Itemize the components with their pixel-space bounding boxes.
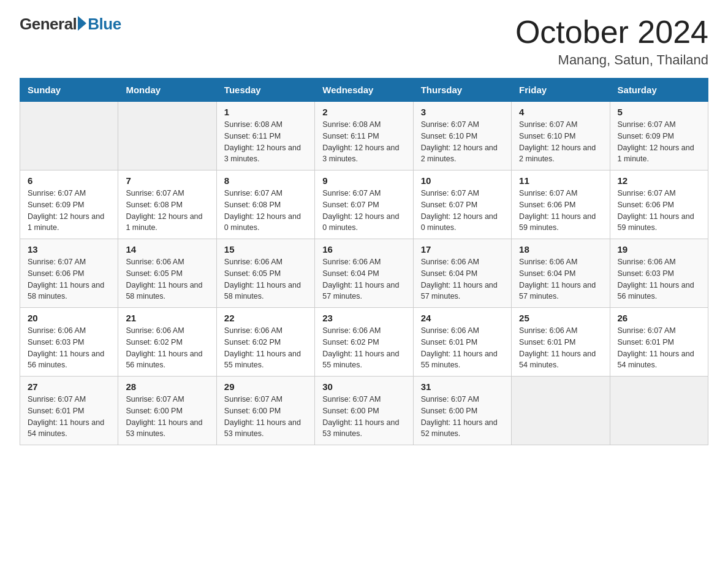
day-number: 28 (126, 381, 208, 392)
day-info: Sunrise: 6:08 AM Sunset: 6:11 PM Dayligh… (224, 119, 307, 165)
day-number: 3 (421, 107, 504, 117)
weekday-header-tuesday: Tuesday (216, 79, 314, 102)
calendar-cell: 18Sunrise: 6:06 AM Sunset: 6:04 PM Dayli… (512, 239, 610, 308)
day-number: 29 (224, 381, 307, 392)
calendar-cell (118, 102, 216, 170)
calendar-cell: 13Sunrise: 6:07 AM Sunset: 6:06 PM Dayli… (20, 239, 118, 308)
calendar-cell: 14Sunrise: 6:06 AM Sunset: 6:05 PM Dayli… (118, 239, 216, 308)
day-number: 15 (224, 244, 307, 255)
day-number: 6 (28, 175, 110, 186)
day-number: 14 (126, 244, 208, 255)
day-info: Sunrise: 6:06 AM Sunset: 6:04 PM Dayligh… (421, 256, 504, 302)
weekday-header-thursday: Thursday (413, 79, 511, 102)
day-info: Sunrise: 6:06 AM Sunset: 6:05 PM Dayligh… (126, 256, 208, 302)
day-info: Sunrise: 6:07 AM Sunset: 6:00 PM Dayligh… (126, 394, 208, 440)
calendar-cell: 12Sunrise: 6:07 AM Sunset: 6:06 PM Dayli… (610, 170, 708, 239)
day-info: Sunrise: 6:07 AM Sunset: 6:06 PM Dayligh… (28, 256, 110, 302)
page-header: General Blue October 2024 Manang, Satun,… (20, 15, 708, 68)
day-number: 30 (322, 381, 405, 392)
calendar-cell: 31Sunrise: 6:07 AM Sunset: 6:00 PM Dayli… (413, 377, 511, 445)
calendar-cell: 23Sunrise: 6:06 AM Sunset: 6:02 PM Dayli… (315, 308, 413, 377)
calendar-cell (20, 102, 118, 170)
calendar-cell: 8Sunrise: 6:07 AM Sunset: 6:08 PM Daylig… (216, 170, 314, 239)
day-info: Sunrise: 6:06 AM Sunset: 6:03 PM Dayligh… (28, 325, 110, 371)
day-info: Sunrise: 6:07 AM Sunset: 6:08 PM Dayligh… (224, 188, 307, 234)
day-info: Sunrise: 6:07 AM Sunset: 6:00 PM Dayligh… (224, 394, 307, 440)
weekday-header-sunday: Sunday (20, 79, 118, 102)
day-number: 9 (322, 175, 405, 186)
calendar-cell: 22Sunrise: 6:06 AM Sunset: 6:02 PM Dayli… (216, 308, 314, 377)
day-info: Sunrise: 6:06 AM Sunset: 6:02 PM Dayligh… (126, 325, 208, 371)
calendar-cell: 9Sunrise: 6:07 AM Sunset: 6:07 PM Daylig… (315, 170, 413, 239)
day-number: 27 (28, 381, 110, 392)
day-info: Sunrise: 6:07 AM Sunset: 6:10 PM Dayligh… (519, 119, 602, 165)
calendar-cell: 19Sunrise: 6:06 AM Sunset: 6:03 PM Dayli… (610, 239, 708, 308)
day-info: Sunrise: 6:07 AM Sunset: 6:01 PM Dayligh… (28, 394, 110, 440)
calendar-cell: 3Sunrise: 6:07 AM Sunset: 6:10 PM Daylig… (413, 102, 511, 170)
calendar-cell: 28Sunrise: 6:07 AM Sunset: 6:00 PM Dayli… (118, 377, 216, 445)
logo-blue-text: Blue (88, 15, 121, 34)
day-number: 12 (618, 175, 700, 186)
month-title: October 2024 (515, 15, 708, 50)
title-block: October 2024 Manang, Satun, Thailand (515, 15, 708, 68)
day-number: 25 (519, 313, 602, 323)
day-info: Sunrise: 6:06 AM Sunset: 6:04 PM Dayligh… (519, 256, 602, 302)
day-number: 8 (224, 175, 307, 186)
day-info: Sunrise: 6:07 AM Sunset: 6:09 PM Dayligh… (618, 119, 700, 165)
day-number: 16 (322, 244, 405, 255)
day-info: Sunrise: 6:06 AM Sunset: 6:05 PM Dayligh… (224, 256, 307, 302)
logo-arrow-icon (78, 16, 86, 31)
day-number: 20 (28, 313, 110, 323)
day-number: 18 (519, 244, 602, 255)
calendar-cell: 17Sunrise: 6:06 AM Sunset: 6:04 PM Dayli… (413, 239, 511, 308)
calendar-cell: 1Sunrise: 6:08 AM Sunset: 6:11 PM Daylig… (216, 102, 314, 170)
logo: General Blue (20, 15, 121, 34)
day-info: Sunrise: 6:07 AM Sunset: 6:06 PM Dayligh… (618, 188, 700, 234)
day-info: Sunrise: 6:06 AM Sunset: 6:01 PM Dayligh… (519, 325, 602, 371)
day-number: 2 (322, 107, 405, 117)
day-number: 5 (618, 107, 700, 117)
calendar-week-row: 13Sunrise: 6:07 AM Sunset: 6:06 PM Dayli… (20, 239, 708, 308)
day-info: Sunrise: 6:06 AM Sunset: 6:02 PM Dayligh… (322, 325, 405, 371)
day-info: Sunrise: 6:06 AM Sunset: 6:01 PM Dayligh… (421, 325, 504, 371)
day-info: Sunrise: 6:07 AM Sunset: 6:07 PM Dayligh… (322, 188, 405, 234)
weekday-header-row: SundayMondayTuesdayWednesdayThursdayFrid… (20, 79, 708, 102)
day-number: 24 (421, 313, 504, 323)
calendar-cell (610, 377, 708, 445)
day-number: 7 (126, 175, 208, 186)
calendar-cell: 21Sunrise: 6:06 AM Sunset: 6:02 PM Dayli… (118, 308, 216, 377)
day-number: 17 (421, 244, 504, 255)
calendar-cell: 15Sunrise: 6:06 AM Sunset: 6:05 PM Dayli… (216, 239, 314, 308)
calendar-cell: 29Sunrise: 6:07 AM Sunset: 6:00 PM Dayli… (216, 377, 314, 445)
calendar-cell: 20Sunrise: 6:06 AM Sunset: 6:03 PM Dayli… (20, 308, 118, 377)
day-info: Sunrise: 6:07 AM Sunset: 6:06 PM Dayligh… (519, 188, 602, 234)
day-info: Sunrise: 6:07 AM Sunset: 6:00 PM Dayligh… (421, 394, 504, 440)
calendar-week-row: 6Sunrise: 6:07 AM Sunset: 6:09 PM Daylig… (20, 170, 708, 239)
day-info: Sunrise: 6:06 AM Sunset: 6:02 PM Dayligh… (224, 325, 307, 371)
day-number: 10 (421, 175, 504, 186)
day-number: 22 (224, 313, 307, 323)
day-number: 31 (421, 381, 504, 392)
calendar-cell: 7Sunrise: 6:07 AM Sunset: 6:08 PM Daylig… (118, 170, 216, 239)
calendar-cell: 16Sunrise: 6:06 AM Sunset: 6:04 PM Dayli… (315, 239, 413, 308)
day-info: Sunrise: 6:07 AM Sunset: 6:09 PM Dayligh… (28, 188, 110, 234)
day-number: 19 (618, 244, 700, 255)
day-info: Sunrise: 6:06 AM Sunset: 6:04 PM Dayligh… (322, 256, 405, 302)
day-number: 4 (519, 107, 602, 117)
location-title: Manang, Satun, Thailand (515, 52, 708, 68)
day-info: Sunrise: 6:07 AM Sunset: 6:00 PM Dayligh… (322, 394, 405, 440)
day-info: Sunrise: 6:07 AM Sunset: 6:07 PM Dayligh… (421, 188, 504, 234)
day-number: 11 (519, 175, 602, 186)
weekday-header-monday: Monday (118, 79, 216, 102)
calendar-cell: 2Sunrise: 6:08 AM Sunset: 6:11 PM Daylig… (315, 102, 413, 170)
calendar-cell: 10Sunrise: 6:07 AM Sunset: 6:07 PM Dayli… (413, 170, 511, 239)
day-info: Sunrise: 6:07 AM Sunset: 6:10 PM Dayligh… (421, 119, 504, 165)
calendar-week-row: 1Sunrise: 6:08 AM Sunset: 6:11 PM Daylig… (20, 102, 708, 170)
day-number: 1 (224, 107, 307, 117)
day-number: 13 (28, 244, 110, 255)
calendar-cell: 4Sunrise: 6:07 AM Sunset: 6:10 PM Daylig… (512, 102, 610, 170)
calendar-week-row: 27Sunrise: 6:07 AM Sunset: 6:01 PM Dayli… (20, 377, 708, 445)
calendar-cell: 5Sunrise: 6:07 AM Sunset: 6:09 PM Daylig… (610, 102, 708, 170)
calendar-cell: 25Sunrise: 6:06 AM Sunset: 6:01 PM Dayli… (512, 308, 610, 377)
calendar-week-row: 20Sunrise: 6:06 AM Sunset: 6:03 PM Dayli… (20, 308, 708, 377)
